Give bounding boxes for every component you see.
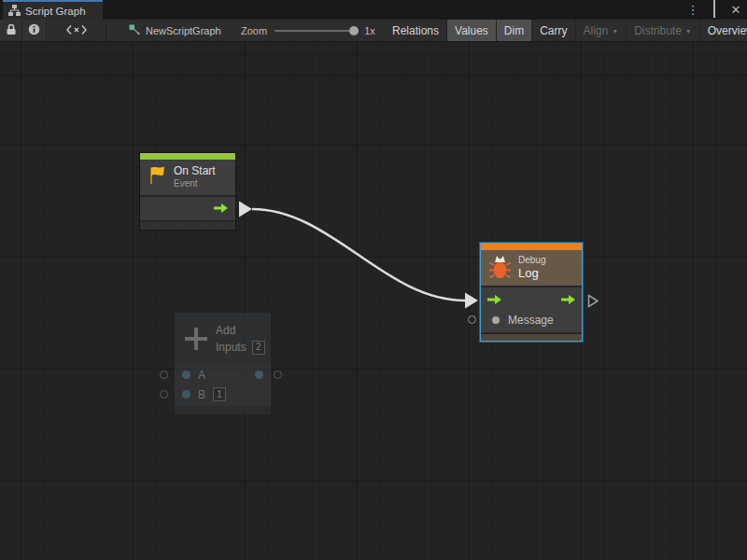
values-button[interactable]: Values [447,20,497,41]
overview-button[interactable]: Overview [700,20,747,41]
message-port-outer-ring[interactable] [468,315,476,324]
input-port-a[interactable] [182,371,190,379]
flow-output-port[interactable] [560,292,576,309]
output-port-outer-ring[interactable] [274,371,282,379]
script-graph-icon [8,3,21,20]
graph-asset-icon [129,22,140,39]
add-preview-body: A B 1 [175,365,271,406]
tab-script-graph[interactable]: Script Graph [3,0,103,20]
debug-log-header: Debug Log [481,250,582,286]
port-row-a: A [175,365,271,385]
event-color-bar [140,153,235,160]
node-title: On Start [174,164,216,178]
debug-log-footer [481,332,582,341]
relations-button[interactable]: Relations [385,20,447,41]
distribute-label: Distribute [634,24,682,37]
port-b-label: B [198,388,205,401]
on-start-header: On Start Event [140,160,235,195]
graph-reference[interactable]: NewScriptGraph [129,20,221,41]
node-add-preview[interactable]: Add Inputs 2 A B 1 [175,313,271,414]
on-start-footer [140,220,235,230]
flow-output-port[interactable] [213,201,229,217]
lock-button[interactable] [0,20,22,41]
align-dropdown[interactable]: Align ▼ [576,20,627,41]
port-b-value-field[interactable]: 1 [213,387,226,401]
zoom-slider[interactable] [275,30,357,32]
port-a-label: A [198,369,205,382]
zoom-control: Zoom 1x [241,20,375,41]
graph-name-label: NewScriptGraph [146,25,221,36]
inputs-count-field[interactable]: 2 [252,341,265,355]
toolbar-right-group: Relations Values Dim Carry Align ▼ Distr… [385,20,747,41]
inputs-label: Inputs [216,341,247,355]
message-port-label: Message [508,314,554,327]
script-graph-window: Script Graph ⋮ ✕ [0,0,747,560]
tab-title: Script Graph [25,6,86,17]
maximize-icon[interactable] [707,0,722,20]
debug-color-bar [481,244,582,250]
code-view-button[interactable] [47,20,106,41]
window-controls: ⋮ ✕ [685,0,743,20]
node-subtitle: Event [174,178,216,190]
more-menu-icon[interactable]: ⋮ [685,0,700,20]
dim-button[interactable]: Dim [497,20,532,41]
info-icon [28,22,40,39]
bug-icon [488,253,512,284]
add-preview-header: Add Inputs 2 [175,313,271,365]
chevron-down-icon: ▼ [685,28,692,35]
close-icon[interactable]: ✕ [728,0,743,20]
zoom-slider-handle[interactable] [349,26,359,35]
node-title: Log [518,266,545,281]
title-bar: Script Graph ⋮ ✕ [0,0,747,20]
zoom-value: 1x [364,25,375,36]
graph-toolbar: NewScriptGraph Zoom 1x Relations Values … [0,20,747,42]
node-on-start[interactable]: On Start Event [139,152,236,231]
distribute-dropdown[interactable]: Distribute ▼ [627,20,700,41]
output-port[interactable] [255,371,263,379]
node-debug-log[interactable]: Debug Log [480,243,583,342]
toolbar-left-group [0,20,106,41]
carry-button[interactable]: Carry [532,20,575,41]
add-preview-footer [175,406,271,414]
code-brackets-icon [66,22,87,39]
message-input-port[interactable] [492,316,500,324]
info-button[interactable] [22,20,47,41]
port-row-b: B 1 [175,385,271,404]
port-b-outer-ring[interactable] [160,390,168,399]
lock-icon [6,22,17,39]
chevron-down-icon: ▼ [612,28,618,35]
connection-wire [0,42,747,560]
input-port-b[interactable] [182,390,190,399]
node-title: Add [216,324,265,338]
port-a-outer-ring[interactable] [160,371,168,379]
zoom-label: Zoom [241,25,267,36]
wire-end-arrowhead [465,293,478,309]
graph-canvas[interactable]: On Start Event [0,42,747,560]
debug-log-body: Message [481,286,582,332]
plus-icon [184,327,208,351]
align-label: Align [584,24,609,37]
on-start-body [140,195,235,220]
flow-input-port[interactable] [486,292,502,309]
flow-output-outer-triangle[interactable] [587,294,599,308]
wire-start-arrowhead [239,202,252,217]
flag-icon [148,164,167,190]
node-subtitle: Debug [518,255,545,267]
